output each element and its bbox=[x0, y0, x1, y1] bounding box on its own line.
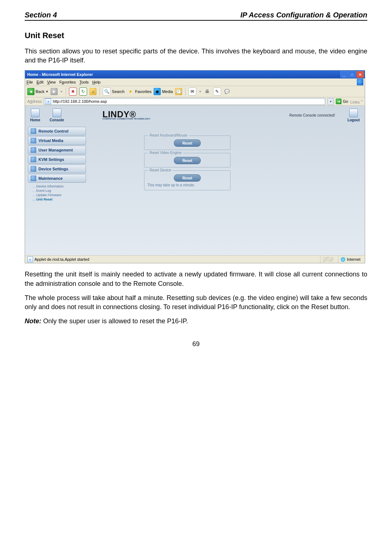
sidebar-item-remote-control[interactable]: Remote Control bbox=[28, 127, 86, 135]
reset-video-button[interactable]: Reset bbox=[174, 157, 201, 164]
close-button[interactable]: ✕ bbox=[356, 71, 364, 78]
subitem-event-log[interactable]: Event Log bbox=[32, 189, 86, 193]
maximize-button[interactable]: □ bbox=[348, 71, 356, 78]
go-button[interactable]: ➔ Go bbox=[336, 98, 348, 104]
search-icon: 🔍 bbox=[103, 88, 111, 96]
back-button[interactable]: ◄ Back ▼ bbox=[27, 88, 48, 95]
nav-toolbar: ◄ Back ▼ ► ▼ ✖ ↻ ⌂ 🔍 Search ★ Favorites … bbox=[25, 86, 365, 97]
section-label: Section 4 bbox=[25, 11, 57, 19]
window-titlebar[interactable]: Home - Microsoft Internet Explorer _ □ ✕ bbox=[25, 70, 365, 78]
home-icon bbox=[31, 109, 40, 117]
subitem-device-info[interactable]: Device Information bbox=[32, 185, 86, 188]
home-button[interactable]: ⌂ bbox=[89, 88, 97, 95]
console-icon bbox=[53, 109, 61, 117]
note-text: Only the super user is allowed to reset … bbox=[41, 317, 188, 325]
chevron-down-icon: ▼ bbox=[199, 90, 201, 93]
maintenance-submenu: Device Information Event Log Update Firm… bbox=[28, 183, 86, 202]
menu-help[interactable]: Help bbox=[92, 80, 101, 84]
url-field[interactable]: e http://192.168.2.100/home.asp bbox=[44, 98, 325, 105]
sidebar-item-kvm-settings[interactable]: KVM Settings bbox=[28, 155, 86, 164]
brand-logo: LINDY® COMPUTER CONNECTION TECHNOLOGY bbox=[102, 110, 150, 120]
back-label: Back bbox=[36, 89, 44, 94]
logout-icon bbox=[349, 109, 358, 117]
forward-button[interactable]: ► bbox=[50, 88, 58, 95]
menubar: File Edit View Favorites Tools Help bbox=[25, 78, 365, 86]
paragraph-2: Resetting the unit itself is mainly need… bbox=[25, 270, 367, 288]
internet-icon: 🌐 bbox=[340, 257, 346, 262]
screenshot-ie-window: Home - Microsoft Internet Explorer _ □ ✕… bbox=[25, 70, 365, 263]
console-link[interactable]: Console bbox=[50, 109, 64, 122]
main-row: Remote Control Virtual Media User Manage… bbox=[25, 125, 365, 255]
subitem-unit-reset[interactable]: Unit Reset bbox=[32, 198, 86, 201]
mail-button[interactable]: ✉ bbox=[188, 88, 196, 96]
logo-subtext: COMPUTER CONNECTION TECHNOLOGY bbox=[102, 118, 150, 120]
history-button[interactable]: 🕘 bbox=[175, 88, 182, 95]
print-button[interactable]: 🖶 bbox=[204, 88, 211, 95]
home-link[interactable]: Home bbox=[30, 109, 40, 122]
page-icon: e bbox=[27, 256, 33, 262]
menu-tools[interactable]: Tools bbox=[79, 80, 89, 84]
edit-button[interactable]: ✎ bbox=[213, 88, 221, 96]
window-statusbar: e Applet de.riod.ta.Applet started 🌐 Int… bbox=[25, 255, 365, 263]
address-bar: Address e http://192.168.2.100/home.asp … bbox=[25, 97, 365, 106]
security-zone: 🌐 Internet bbox=[338, 256, 363, 263]
status-text: Applet de.riod.ta.Applet started bbox=[34, 257, 89, 262]
menu-edit[interactable]: Edit bbox=[37, 80, 44, 84]
legend: Reset Device bbox=[148, 168, 172, 172]
menu-file[interactable]: File bbox=[26, 80, 33, 84]
separator bbox=[66, 88, 66, 96]
intro-paragraph: This section allows you to reset specifi… bbox=[25, 47, 367, 65]
sidebar-item-maintenance[interactable]: Maintenance bbox=[28, 174, 86, 183]
sidebar-item-virtual-media[interactable]: Virtual Media bbox=[28, 136, 86, 145]
sidebar-item-device-settings[interactable]: Device Settings bbox=[28, 165, 86, 173]
fieldset-reset-device: Reset Device Reset This may take up to a… bbox=[144, 170, 230, 190]
fieldset-reset-video: Reset Video Engine Reset bbox=[144, 153, 230, 167]
branding-bar: Home Console LINDY® COMPUTER CONNECTION … bbox=[25, 106, 365, 125]
star-icon: ★ bbox=[127, 88, 134, 95]
sidebar-item-label: Device Settings bbox=[38, 167, 68, 171]
address-dropdown[interactable]: ▾ bbox=[327, 98, 334, 105]
logo-text: LINDY® bbox=[102, 110, 150, 118]
sidebar-item-label: Remote Control bbox=[38, 129, 69, 133]
sidebar-item-label: User Management bbox=[38, 148, 73, 152]
discuss-button[interactable]: 💬 bbox=[223, 88, 230, 95]
center-panel: Reset Keyboard/Mouse Reset Reset Video E… bbox=[86, 127, 365, 255]
address-label: Address bbox=[27, 99, 42, 104]
settings-icon bbox=[30, 157, 36, 162]
logout-label: Logout bbox=[347, 118, 360, 122]
stop-button[interactable]: ✖ bbox=[69, 88, 77, 96]
subitem-update-firmware[interactable]: Update Firmware bbox=[32, 193, 86, 197]
go-icon: ➔ bbox=[336, 98, 342, 104]
legend: Reset Keyboard/Mouse bbox=[148, 133, 189, 137]
search-button[interactable]: 🔍 Search bbox=[103, 88, 124, 96]
menu-view[interactable]: View bbox=[47, 80, 56, 84]
separator bbox=[185, 88, 185, 96]
sidebar-item-label: KVM Settings bbox=[38, 157, 64, 162]
page-icon: e bbox=[45, 98, 51, 104]
legend: Reset Video Engine bbox=[148, 151, 183, 155]
page-title: Unit Reset bbox=[25, 31, 367, 40]
separator bbox=[99, 88, 100, 96]
refresh-button[interactable]: ↻ bbox=[79, 88, 87, 96]
links-menu[interactable]: Links » bbox=[350, 99, 363, 104]
media-button[interactable]: ◉ Media bbox=[154, 88, 173, 95]
media-icon bbox=[30, 138, 36, 143]
note-label: Note: bbox=[25, 317, 41, 325]
reset-kb-mouse-button[interactable]: Reset bbox=[174, 139, 201, 147]
sidebar-item-label: Maintenance bbox=[38, 176, 63, 181]
fieldset-reset-keyboard-mouse: Reset Keyboard/Mouse Reset bbox=[144, 135, 230, 150]
url-text: http://192.168.2.100/home.asp bbox=[53, 99, 107, 104]
window-title: Home - Microsoft Internet Explorer bbox=[27, 72, 340, 77]
sidebar-item-user-management[interactable]: User Management bbox=[28, 146, 86, 154]
chevron-down-icon: ▼ bbox=[60, 90, 63, 93]
logout-link[interactable]: Logout bbox=[347, 109, 360, 122]
favorites-label: Favorites bbox=[135, 89, 151, 94]
favorites-button[interactable]: ★ Favorites bbox=[127, 88, 151, 95]
reset-device-button[interactable]: Reset bbox=[174, 174, 201, 182]
menu-favorites[interactable]: Favorites bbox=[59, 80, 75, 84]
search-label: Search bbox=[112, 89, 124, 94]
section-right: IP Access Configuration & Operation bbox=[240, 11, 367, 19]
go-label: Go bbox=[343, 99, 348, 104]
media-label: Media bbox=[162, 89, 173, 94]
minimize-button[interactable]: _ bbox=[340, 71, 348, 78]
